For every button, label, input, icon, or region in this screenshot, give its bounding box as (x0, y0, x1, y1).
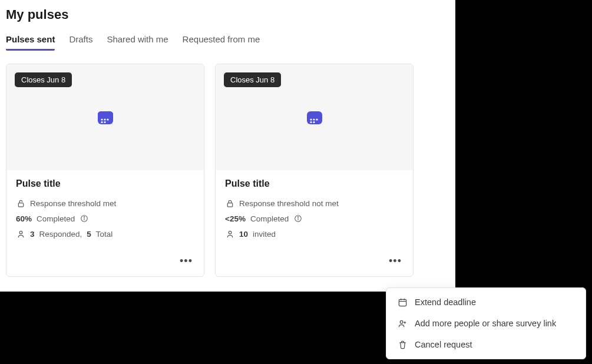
svg-point-16 (310, 121, 312, 123)
svg-point-2 (101, 118, 102, 120)
total-count: 5 (87, 230, 91, 239)
cards-container: Closes Jun 8 Pulse title (6, 64, 449, 277)
responded-count: 3 (30, 230, 35, 239)
svg-point-17 (313, 121, 315, 123)
more-button[interactable]: ••• (178, 253, 194, 269)
person-icon (225, 229, 234, 239)
svg-point-4 (107, 118, 108, 120)
completed-pct: <25% (225, 214, 246, 223)
pulse-card[interactable]: Closes Jun 8 Pulse title (215, 64, 414, 277)
context-menu: Extend deadline Add more people or share… (386, 287, 586, 359)
info-icon[interactable] (293, 214, 303, 223)
completed-label: Completed (250, 214, 289, 223)
svg-rect-18 (227, 203, 232, 207)
responded-label: Responded, (39, 230, 82, 239)
more-icon: ••• (389, 256, 402, 266)
threshold-row: Response threshold met (16, 198, 194, 208)
closes-badge: Closes Jun 8 (224, 72, 281, 87)
svg-point-21 (298, 217, 299, 217)
completed-row: 60% Completed (16, 214, 194, 223)
menu-item-label: Extend deadline (415, 297, 476, 307)
menu-item-cancel-request[interactable]: Cancel request (386, 334, 586, 355)
svg-point-11 (19, 231, 22, 234)
svg-point-14 (313, 118, 315, 120)
invited-count: 10 (239, 230, 248, 239)
tab-shared-with-me[interactable]: Shared with me (107, 34, 168, 51)
card-title: Pulse title (16, 178, 194, 189)
svg-rect-23 (399, 299, 406, 306)
menu-item-add-people[interactable]: Add more people or share survey link (386, 313, 586, 334)
pulse-card[interactable]: Closes Jun 8 Pulse title (6, 64, 204, 277)
calendar-icon (397, 297, 408, 307)
threshold-text: Response threshold met (30, 199, 116, 208)
menu-item-label: Add more people or share survey link (415, 319, 556, 328)
more-button[interactable]: ••• (387, 253, 404, 269)
completed-label: Completed (37, 214, 75, 223)
tab-requested-from-me[interactable]: Requested from me (183, 34, 260, 51)
card-title: Pulse title (225, 178, 404, 189)
people-row: 10 invited (225, 229, 404, 239)
card-hero: Closes Jun 8 (6, 64, 204, 170)
people-row: 3 Responded, 5 Total (16, 229, 194, 239)
svg-point-13 (310, 118, 312, 120)
pulse-icon (305, 108, 324, 127)
pulse-icon (96, 108, 115, 127)
more-icon: ••• (180, 256, 193, 266)
people-add-icon (397, 318, 408, 329)
completed-pct: 60% (16, 214, 32, 223)
svg-point-27 (400, 320, 403, 323)
completed-row: <25% Completed (225, 214, 404, 223)
svg-point-3 (104, 118, 105, 120)
info-icon[interactable] (80, 214, 89, 223)
svg-point-22 (229, 231, 231, 234)
svg-point-15 (316, 118, 318, 120)
tab-drafts[interactable]: Drafts (69, 34, 92, 51)
closes-badge: Closes Jun 8 (15, 72, 72, 87)
person-icon (16, 229, 25, 239)
menu-item-label: Cancel request (415, 340, 472, 349)
tabs: Pulses sent Drafts Shared with me Reques… (6, 34, 449, 51)
threshold-text: Response threshold not met (239, 199, 339, 208)
svg-rect-7 (18, 203, 23, 207)
trash-icon (397, 339, 408, 350)
svg-point-10 (84, 217, 85, 217)
page-title: My pulses (6, 7, 449, 22)
menu-item-extend-deadline[interactable]: Extend deadline (386, 292, 586, 313)
svg-rect-1 (98, 111, 113, 117)
card-hero: Closes Jun 8 (216, 64, 413, 170)
total-label: Total (96, 230, 113, 239)
svg-point-5 (101, 121, 102, 123)
tab-pulses-sent[interactable]: Pulses sent (6, 34, 55, 51)
svg-point-6 (104, 121, 105, 123)
unlock-icon (16, 198, 25, 208)
threshold-row: Response threshold not met (225, 198, 404, 208)
lock-icon (225, 198, 234, 208)
invited-label: invited (253, 230, 276, 239)
